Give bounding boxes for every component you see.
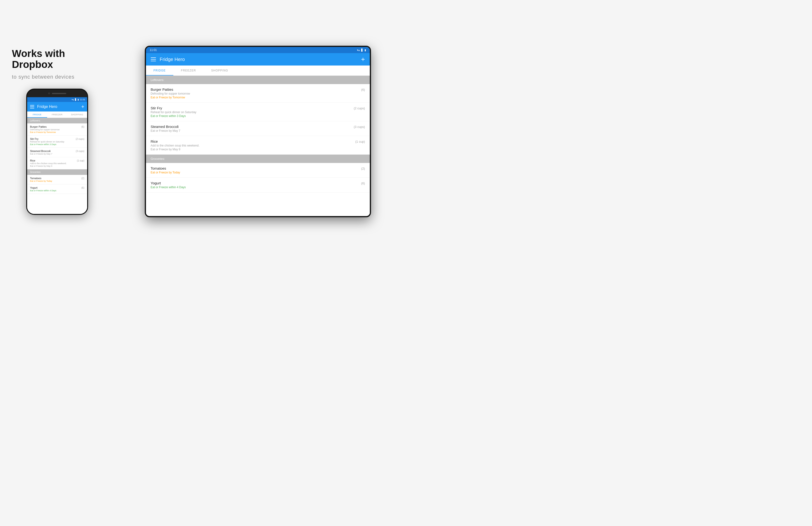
tablet-list-item: Tomatoes Eat or Freeze by Today (2) bbox=[146, 163, 370, 178]
subheadline: to sync between devices bbox=[12, 74, 74, 80]
tab-fridge[interactable]: FRIDGE bbox=[27, 112, 47, 118]
tablet-tab-freezer[interactable]: FREEZER bbox=[173, 66, 204, 75]
item-alert: Eat or Freeze by May 7 bbox=[30, 153, 74, 155]
phone-speaker bbox=[52, 93, 66, 94]
tablet-tab-shopping[interactable]: SHOPPING bbox=[204, 66, 236, 75]
item-alert: Eat or Freeze within 4 Days bbox=[30, 189, 79, 192]
item-content: Steamed Broccoli Eat or Freeze by May 7 bbox=[30, 150, 74, 155]
wifi-signal-icon: ▾▴ bbox=[72, 98, 74, 101]
add-button[interactable]: + bbox=[81, 104, 84, 109]
tablet-item-content: Burger Patties Defrosting for supper tom… bbox=[151, 87, 358, 99]
item-qty: (3 cups) bbox=[76, 150, 84, 153]
tablet-item-qty: (6) bbox=[361, 88, 365, 91]
item-content: Yogurt Eat or Freeze within 4 Days bbox=[30, 186, 79, 192]
item-qty: (2) bbox=[82, 177, 84, 180]
item-content: Tomatoes Eat or Freeze by Today bbox=[30, 177, 79, 182]
tablet-item-qty: (1 cup) bbox=[355, 140, 365, 143]
tablet-item-content: Tomatoes Eat or Freeze by Today bbox=[151, 166, 358, 174]
tablet-screen: 11:01 ▾▴ ▋ ▮ Fridge Hero + FRIDGE FREEZE… bbox=[146, 47, 370, 216]
phone-status-icons: ▾▴ ▋ ▮ 11:01 bbox=[72, 98, 85, 101]
phone-camera bbox=[48, 93, 50, 94]
tablet-item-alert: Eat or Freeze by Today bbox=[151, 171, 358, 174]
tablet-item-note: Reheat for quick dinner on Saturday bbox=[151, 111, 350, 114]
tablet-app-bar: Fridge Hero + bbox=[146, 53, 370, 66]
section-header-leftovers: Leftovers: bbox=[27, 118, 87, 124]
section-header-groceries: Groceries: bbox=[27, 169, 87, 175]
tablet-add-button[interactable]: + bbox=[361, 56, 365, 63]
right-panel: 11:01 ▾▴ ▋ ▮ Fridge Hero + FRIDGE FREEZE… bbox=[114, 39, 406, 224]
phone-status-bar: ▾▴ ▋ ▮ 11:01 bbox=[27, 97, 87, 102]
tablet-app-title: Fridge Hero bbox=[160, 57, 361, 62]
tab-freezer[interactable]: FREEZER bbox=[47, 112, 67, 118]
item-name: Rice bbox=[30, 159, 75, 162]
tablet-list-item: Steamed Broccoli Eat or Freeze by May 7 … bbox=[146, 121, 370, 136]
signal-bars-icon: ▋ bbox=[75, 98, 77, 101]
item-alert: Eat or Freeze within 3 Days bbox=[30, 143, 74, 145]
phone-tabs: FRIDGE FREEZER SHOPPING bbox=[27, 112, 87, 118]
tablet-section-header-groceries: Groceries: bbox=[146, 155, 370, 163]
tablet-item-name: Yogurt bbox=[151, 181, 358, 185]
tablet-item-name: Steamed Broccoli bbox=[151, 125, 350, 129]
item-alert: Eat or Freeze by Tomorrow bbox=[30, 131, 79, 133]
tablet-list-item: Burger Patties Defrosting for supper tom… bbox=[146, 84, 370, 103]
tablet-status-icons: ▾▴ ▋ ▮ bbox=[357, 48, 366, 52]
tablet-item-alert: Eat or Freeze by May 7 bbox=[151, 129, 350, 132]
list-item: Steamed Broccoli Eat or Freeze by May 7 … bbox=[27, 148, 87, 157]
tablet-item-qty: (2 cups) bbox=[354, 106, 365, 110]
item-qty: (6) bbox=[82, 126, 84, 128]
item-name: Stir Fry bbox=[30, 138, 74, 140]
item-note: Add to the chicken soup this weekend. bbox=[30, 162, 75, 165]
tablet-item-content: Yogurt Eat or Freeze within 4 Days bbox=[151, 181, 358, 189]
tablet-item-note: Add to the chicken soup this weekend. bbox=[151, 144, 352, 147]
tablet-item-name: Stir Fry bbox=[151, 106, 350, 110]
item-name: Tomatoes bbox=[30, 177, 79, 180]
tablet-hamburger-icon[interactable] bbox=[151, 57, 156, 61]
tablet-list-content: Leftovers: Burger Patties Defrosting for… bbox=[146, 76, 370, 216]
item-content: Stir Fry Reheat for quick dinner on Satu… bbox=[30, 138, 74, 145]
tablet-time-display: 11:01 bbox=[150, 48, 357, 52]
tablet-item-alert: Eat or Freeze within 4 Days bbox=[151, 186, 358, 189]
hamburger-icon[interactable] bbox=[30, 105, 34, 109]
tablet-tab-fridge[interactable]: FRIDGE bbox=[146, 66, 173, 75]
phone-app-title: Fridge Hero bbox=[37, 104, 81, 109]
phone-notch bbox=[27, 89, 87, 97]
list-item: Stir Fry Reheat for quick dinner on Satu… bbox=[27, 136, 87, 148]
tablet-wifi-icon: ▾▴ bbox=[357, 48, 360, 52]
item-qty: (2 cups) bbox=[76, 138, 84, 140]
phone-mockup: ▾▴ ▋ ▮ 11:01 Fridge Hero + FRIDG bbox=[26, 89, 88, 215]
tablet-item-content: Rice Add to the chicken soup this weeken… bbox=[151, 139, 352, 151]
tablet-item-qty: (6) bbox=[361, 182, 365, 185]
time-display: 11:01 bbox=[80, 98, 85, 101]
tablet-list-item: Stir Fry Reheat for quick dinner on Satu… bbox=[146, 103, 370, 121]
phone-list-content: Leftovers: Burger Patties Defrosting for… bbox=[27, 118, 87, 214]
list-item: Tomatoes Eat or Freeze by Today (2) bbox=[27, 175, 87, 184]
tablet-item-note: Defrosting for supper tomorrow bbox=[151, 92, 358, 95]
tablet-battery-icon: ▮ bbox=[365, 48, 366, 52]
item-name: Steamed Broccoli bbox=[30, 150, 74, 153]
list-item: Burger Patties Defrosting for supper tom… bbox=[27, 124, 87, 136]
tab-shopping[interactable]: SHOPPING bbox=[67, 112, 87, 118]
battery-icon: ▮ bbox=[78, 98, 79, 101]
phone-container: ▾▴ ▋ ▮ 11:01 Fridge Hero + FRIDG bbox=[12, 89, 102, 215]
tablet-tabs: FRIDGE FREEZER SHOPPING bbox=[146, 66, 370, 76]
item-alert: Eat or Freeze by Today bbox=[30, 180, 79, 182]
list-item: Yogurt Eat or Freeze within 4 Days (6) bbox=[27, 184, 87, 194]
list-item: Rice Add to the chicken soup this weeken… bbox=[27, 157, 87, 169]
tablet-item-content: Steamed Broccoli Eat or Freeze by May 7 bbox=[151, 125, 350, 132]
phone-screen: ▾▴ ▋ ▮ 11:01 Fridge Hero + FRIDG bbox=[27, 97, 87, 214]
item-qty: (1 cup) bbox=[77, 159, 84, 162]
item-name: Burger Patties bbox=[30, 125, 79, 128]
item-qty: (6) bbox=[82, 186, 84, 189]
tablet-mockup: 11:01 ▾▴ ▋ ▮ Fridge Hero + FRIDGE FREEZE… bbox=[145, 46, 371, 217]
tablet-list-item: Rice Add to the chicken soup this weeken… bbox=[146, 136, 370, 155]
item-name: Yogurt bbox=[30, 186, 79, 189]
tablet-item-qty: (3 cups) bbox=[354, 125, 365, 129]
tablet-item-content: Stir Fry Reheat for quick dinner on Satu… bbox=[151, 106, 350, 118]
item-note: Defrosting for supper tomorrow bbox=[30, 128, 79, 131]
tablet-item-alert: Eat or Freeze within 3 Days bbox=[151, 114, 350, 118]
left-panel: Works with Dropbox to sync between devic… bbox=[0, 39, 114, 224]
tablet-status-bar: 11:01 ▾▴ ▋ ▮ bbox=[146, 47, 370, 53]
tablet-section-header-leftovers: Leftovers: bbox=[146, 76, 370, 84]
tablet-signal-icon: ▋ bbox=[361, 48, 363, 52]
phone-app-bar: Fridge Hero + bbox=[27, 102, 87, 112]
